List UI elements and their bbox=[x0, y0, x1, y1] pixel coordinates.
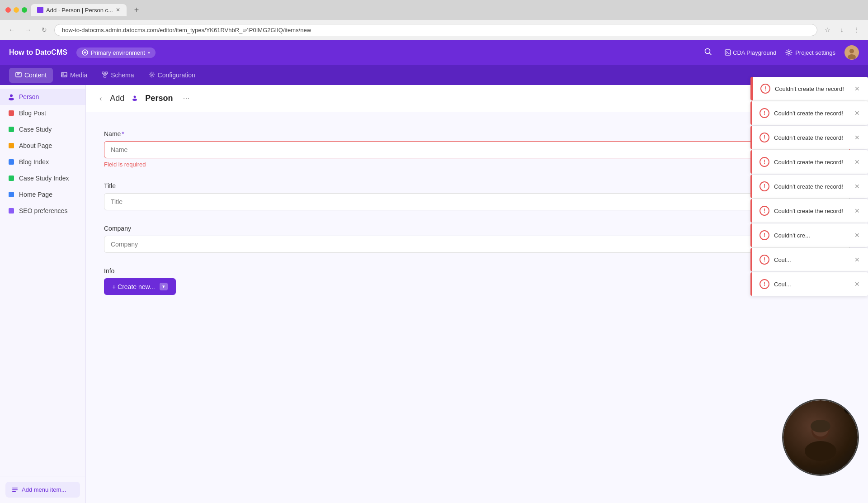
toast-error-icon: ! bbox=[760, 157, 769, 167]
sidebar-items: Person Blog Post Case Study bbox=[0, 85, 85, 476]
title-field: Title bbox=[104, 182, 850, 210]
toast-close-button[interactable]: ✕ bbox=[854, 255, 861, 264]
project-settings-button[interactable]: Project settings bbox=[785, 49, 835, 56]
title-input[interactable] bbox=[104, 193, 850, 210]
video-close-button[interactable]: ✕ bbox=[844, 404, 854, 414]
info-label: Info bbox=[104, 267, 850, 275]
person-breadcrumb-icon bbox=[132, 95, 138, 101]
settings-icon bbox=[785, 49, 793, 56]
sidebar-item-label: Person bbox=[19, 93, 39, 100]
download-button[interactable]: ↓ bbox=[835, 24, 848, 36]
sidebar-item-case-study[interactable]: Case Study bbox=[0, 121, 85, 138]
toast-error-icon: ! bbox=[760, 230, 769, 240]
toast-error-icon: ! bbox=[760, 181, 769, 191]
name-error-message: Field is required bbox=[104, 161, 850, 168]
svg-rect-15 bbox=[104, 76, 106, 77]
toast-message: Couldn't create the record! bbox=[774, 134, 849, 141]
chevron-down-icon: ▾ bbox=[148, 50, 150, 55]
name-input[interactable] bbox=[104, 141, 850, 158]
create-new-button[interactable]: + Create new... ▾ bbox=[104, 278, 176, 295]
search-button[interactable] bbox=[700, 46, 716, 59]
toast-close-button[interactable]: ✕ bbox=[854, 109, 861, 118]
tab-label: Add · Person | Person c... bbox=[46, 7, 113, 14]
sidebar-item-label: About Page bbox=[19, 142, 52, 149]
media-tab-icon bbox=[61, 71, 67, 79]
browser-tab[interactable]: Add · Person | Person c... ✕ bbox=[31, 4, 127, 16]
name-field: Name* Field is required bbox=[104, 130, 850, 168]
sidebar-item-case-study-index[interactable]: Case Study Index bbox=[0, 170, 85, 186]
create-new-label: + Create new... bbox=[112, 283, 155, 290]
user-avatar[interactable] bbox=[844, 45, 859, 60]
case-study-icon bbox=[7, 125, 15, 133]
toast-close-button[interactable]: ✕ bbox=[854, 182, 861, 191]
reload-button[interactable]: ↻ bbox=[38, 24, 51, 36]
tab-close-button[interactable]: ✕ bbox=[116, 7, 120, 13]
toast-close-button[interactable]: ✕ bbox=[854, 280, 861, 289]
company-field: Company bbox=[104, 225, 850, 253]
toast-2: ! Couldn't create the record! ✕ bbox=[750, 101, 868, 125]
tab-favicon bbox=[37, 7, 43, 13]
new-tab-button[interactable]: + bbox=[130, 4, 143, 16]
toast-error-icon: ! bbox=[760, 255, 769, 265]
tab-media[interactable]: Media bbox=[55, 68, 94, 83]
sidebar-item-blog-index[interactable]: Blog Index bbox=[0, 154, 85, 170]
minimize-traffic-light[interactable] bbox=[14, 7, 19, 13]
sidebar-item-label: Blog Index bbox=[19, 158, 49, 166]
add-menu-item-button[interactable]: Add menu item... bbox=[5, 482, 80, 498]
blog-index-icon bbox=[7, 158, 15, 166]
more-options-button[interactable]: ··· bbox=[180, 92, 192, 105]
tab-schema[interactable]: Schema bbox=[95, 68, 140, 83]
app-logo: How to DatoCMS bbox=[9, 48, 67, 57]
tab-configuration[interactable]: Configuration bbox=[142, 68, 202, 83]
toast-message: Coul... bbox=[774, 281, 849, 288]
close-traffic-light[interactable] bbox=[5, 7, 11, 13]
forward-nav-button[interactable]: → bbox=[22, 24, 34, 36]
sidebar-item-label: Home Page bbox=[19, 191, 52, 198]
toast-message: Couldn't create the record! bbox=[774, 110, 849, 117]
company-label: Company bbox=[104, 225, 850, 232]
environment-badge[interactable]: Primary environment ▾ bbox=[76, 47, 156, 58]
sidebar-item-seo-preferences[interactable]: SEO preferences bbox=[0, 203, 85, 219]
content-tab-icon bbox=[15, 71, 22, 79]
svg-point-29 bbox=[134, 95, 136, 98]
address-bar[interactable]: how-to-datocms.admin.datocms.com/editor/… bbox=[54, 24, 817, 36]
toast-close-button[interactable]: ✕ bbox=[854, 231, 861, 240]
sidebar-item-home-page[interactable]: Home Page bbox=[0, 186, 85, 203]
list-icon bbox=[12, 487, 18, 493]
toast-7: ! Couldn't cre... ✕ bbox=[750, 223, 868, 247]
cda-playground-label: CDA Playground bbox=[733, 49, 776, 56]
cda-playground-button[interactable]: CDA Playground bbox=[725, 49, 776, 56]
svg-point-16 bbox=[151, 74, 153, 76]
tab-content[interactable]: Content bbox=[9, 68, 53, 83]
back-nav-button[interactable]: ← bbox=[5, 24, 18, 36]
more-browser-button[interactable]: ⋮ bbox=[850, 24, 863, 36]
back-button[interactable]: ‹ bbox=[97, 93, 104, 104]
browser-chrome: Add · Person | Person c... ✕ + ← → ↻ how… bbox=[0, 0, 868, 40]
maximize-traffic-light[interactable] bbox=[22, 7, 27, 13]
svg-line-2 bbox=[710, 53, 712, 55]
svg-point-34 bbox=[811, 420, 830, 432]
traffic-lights bbox=[5, 7, 27, 13]
svg-rect-24 bbox=[9, 192, 14, 197]
case-study-index-icon bbox=[7, 174, 15, 182]
sidebar-item-label: Case Study bbox=[19, 126, 52, 133]
toast-4: ! Couldn't create the record! ✕ bbox=[750, 150, 868, 174]
blog-post-icon bbox=[7, 109, 15, 117]
sidebar-item-blog-post[interactable]: Blog Post bbox=[0, 105, 85, 121]
sidebar-item-person[interactable]: Person bbox=[0, 89, 85, 105]
company-input[interactable] bbox=[104, 236, 850, 253]
toast-close-button[interactable]: ✕ bbox=[854, 206, 861, 215]
svg-point-6 bbox=[849, 49, 854, 53]
bookmark-button[interactable]: ☆ bbox=[821, 24, 834, 36]
svg-rect-22 bbox=[9, 159, 14, 165]
configuration-tab-icon bbox=[149, 71, 155, 79]
svg-rect-28 bbox=[12, 491, 16, 492]
svg-rect-23 bbox=[9, 176, 14, 181]
toast-1: ! Couldn't create the record! ✕ bbox=[750, 77, 868, 100]
toast-close-button[interactable]: ✕ bbox=[854, 84, 861, 93]
sidebar-item-about-page[interactable]: About Page bbox=[0, 138, 85, 154]
toast-close-button[interactable]: ✕ bbox=[854, 157, 861, 166]
toast-close-button[interactable]: ✕ bbox=[854, 133, 861, 142]
svg-point-18 bbox=[9, 98, 14, 100]
svg-point-4 bbox=[788, 52, 790, 54]
